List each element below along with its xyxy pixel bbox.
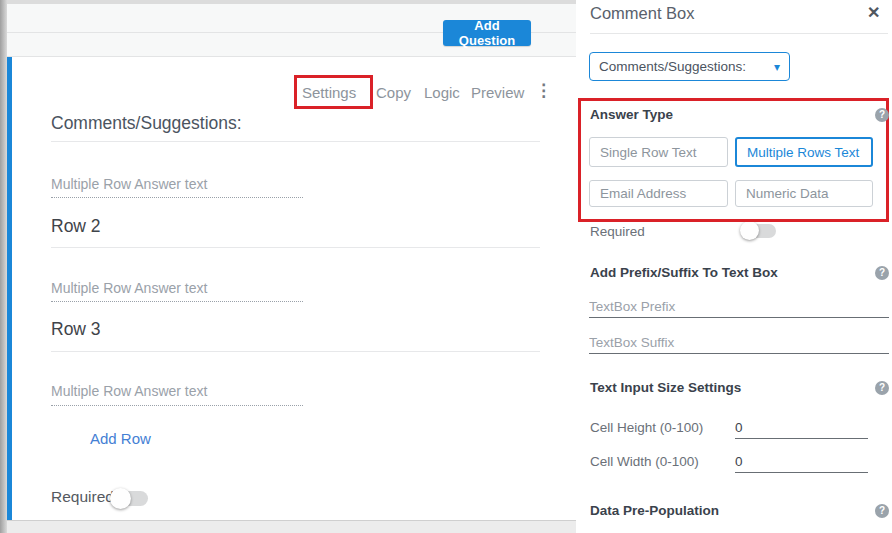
tab-preview[interactable]: Preview xyxy=(471,84,524,101)
row3-divider xyxy=(51,351,540,352)
row3-answer-underline xyxy=(51,405,303,406)
tab-logic[interactable]: Logic xyxy=(424,84,460,101)
row1-answer-underline xyxy=(51,197,303,198)
title-divider xyxy=(51,141,540,142)
answer-type-help-icon[interactable]: ? xyxy=(875,108,889,122)
toggle-knob xyxy=(110,488,131,509)
textbox-prefix-input[interactable] xyxy=(589,296,889,318)
cell-height-label: Cell Height (0-100) xyxy=(590,420,703,435)
panel-title-divider xyxy=(590,33,888,34)
kebab-menu-icon[interactable]: ⋮ xyxy=(535,81,552,101)
row2-label[interactable]: Row 2 xyxy=(51,216,101,237)
add-question-button[interactable]: Add Question xyxy=(443,20,531,46)
question-select-dropdown[interactable]: Comments/Suggestions: ▾ xyxy=(589,52,790,81)
data-prepopulation-help-icon[interactable]: ? xyxy=(875,504,889,518)
answer-type-single-row-text[interactable]: Single Row Text xyxy=(589,137,728,167)
size-settings-help-icon[interactable]: ? xyxy=(875,381,889,395)
toggle-knob xyxy=(740,221,759,240)
survey-builder-screen: Add Question Settings Copy Logic Preview… xyxy=(0,0,892,533)
tab-settings[interactable]: Settings xyxy=(302,84,356,101)
card-required-toggle[interactable] xyxy=(112,491,148,506)
prefix-suffix-help-icon[interactable]: ? xyxy=(875,266,889,280)
answer-type-label: Answer Type xyxy=(590,107,673,122)
row3-answer-placeholder[interactable]: Multiple Row Answer text xyxy=(51,383,207,399)
add-row-link[interactable]: Add Row xyxy=(90,430,151,447)
size-settings-section-label: Text Input Size Settings xyxy=(590,380,741,395)
answer-type-email-address[interactable]: Email Address xyxy=(589,180,728,207)
data-prepopulation-section-label: Data Pre-Population xyxy=(590,503,719,518)
row3-label[interactable]: Row 3 xyxy=(51,319,101,340)
window-edge-strip xyxy=(0,0,7,533)
close-icon[interactable]: ✕ xyxy=(867,3,880,22)
answer-type-numeric-data[interactable]: Numeric Data xyxy=(735,180,873,207)
row2-answer-placeholder[interactable]: Multiple Row Answer text xyxy=(51,280,207,296)
tab-copy[interactable]: Copy xyxy=(376,84,411,101)
chevron-down-icon: ▾ xyxy=(774,60,780,74)
prefix-suffix-section-label: Add Prefix/Suffix To Text Box xyxy=(590,265,778,280)
cell-height-input[interactable] xyxy=(735,417,868,439)
question-title[interactable]: Comments/Suggestions: xyxy=(51,113,242,134)
textbox-suffix-input[interactable] xyxy=(589,332,889,354)
page-background xyxy=(7,520,576,533)
row2-answer-underline xyxy=(51,301,303,302)
panel-required-toggle[interactable] xyxy=(742,224,776,238)
row1-answer-placeholder[interactable]: Multiple Row Answer text xyxy=(51,176,207,192)
row2-divider xyxy=(51,247,540,248)
answer-type-multiple-rows-text[interactable]: Multiple Rows Text xyxy=(735,137,873,167)
card-required-label: Required xyxy=(51,488,114,506)
cell-width-label: Cell Width (0-100) xyxy=(590,454,699,469)
panel-required-label: Required xyxy=(590,224,645,239)
panel-title: Comment Box xyxy=(590,4,695,23)
question-select-value: Comments/Suggestions: xyxy=(599,59,746,74)
cell-width-input[interactable] xyxy=(735,451,868,473)
